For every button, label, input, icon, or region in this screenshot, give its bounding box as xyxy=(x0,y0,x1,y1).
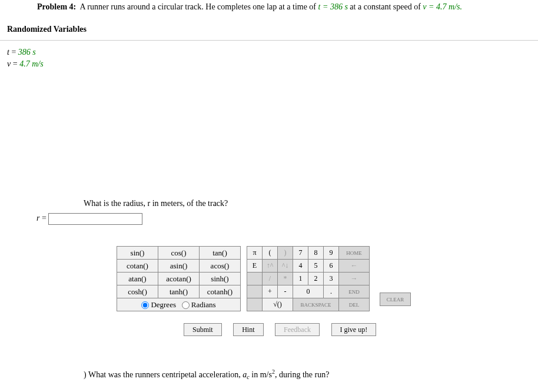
problem-text-mid: at a constant speed of xyxy=(350,2,423,11)
answer-row: r = xyxy=(0,208,538,225)
hint-button[interactable]: Hint xyxy=(233,323,263,336)
submit-button[interactable]: Submit xyxy=(184,323,222,336)
answer-input[interactable] xyxy=(48,213,142,225)
followup-question: ) What was the runners centripetal accel… xyxy=(84,368,329,380)
key-del: DEL xyxy=(339,298,370,311)
randomized-variables-heading: Randomized Variables xyxy=(0,14,538,38)
key-7[interactable]: 7 xyxy=(293,247,308,260)
feedback-button: Feedback xyxy=(275,323,320,336)
key-rparen: ) xyxy=(278,247,293,260)
key-sqrt[interactable]: √() xyxy=(263,298,293,311)
key-5[interactable]: 5 xyxy=(308,260,324,273)
key-4[interactable]: 4 xyxy=(293,260,308,273)
fn-acotan[interactable]: acotan() xyxy=(158,273,200,285)
key-end: END xyxy=(339,285,370,298)
problem-t-expr: t = 386 s xyxy=(318,2,348,11)
key-empty-2 xyxy=(247,285,263,298)
degrees-label[interactable]: Degrees xyxy=(141,300,176,309)
key-dot[interactable]: . xyxy=(324,285,339,298)
fn-acos[interactable]: acos() xyxy=(200,260,241,273)
key-sup-down: ^↓ xyxy=(278,260,293,273)
key-slash: / xyxy=(263,273,278,285)
key-empty-1 xyxy=(247,273,263,285)
key-clear: CLEAR xyxy=(380,293,411,306)
fn-cotanh[interactable]: cotanh() xyxy=(200,285,241,298)
fn-sinh[interactable]: sinh() xyxy=(200,273,241,285)
fn-sin[interactable]: sin() xyxy=(117,247,158,260)
key-1[interactable]: 1 xyxy=(293,273,308,285)
key-2[interactable]: 2 xyxy=(308,273,324,285)
fn-atan[interactable]: atan() xyxy=(117,273,158,285)
key-0[interactable]: 0 xyxy=(293,285,324,298)
fn-tanh[interactable]: tanh() xyxy=(158,285,200,298)
key-left: ← xyxy=(339,260,370,273)
question-text: What is the radius, r in meters, of the … xyxy=(0,199,538,208)
fn-tan[interactable]: tan() xyxy=(200,247,241,260)
fn-cosh[interactable]: cosh() xyxy=(117,285,158,298)
var-v-val: 4.7 m/s xyxy=(19,59,43,68)
key-sup-up: ↑^ xyxy=(263,260,278,273)
var-t-row: t = 386 s xyxy=(7,46,538,58)
radians-label[interactable]: Radians xyxy=(182,300,216,309)
variables-block: t = 386 s v = 4.7 m/s xyxy=(0,46,538,69)
key-pi[interactable]: π xyxy=(247,247,263,260)
fn-cos[interactable]: cos() xyxy=(158,247,200,260)
key-plus[interactable]: + xyxy=(263,285,278,298)
problem-v-expr: v = 4.7 m/s. xyxy=(423,2,462,11)
clear-cell-table: CLEAR xyxy=(380,293,411,306)
deg-rad-cell: Degrees Radians xyxy=(117,298,241,311)
key-minus[interactable]: - xyxy=(278,285,293,298)
key-lparen[interactable]: ( xyxy=(263,247,278,260)
giveup-button[interactable]: I give up! xyxy=(331,323,377,336)
numeric-table: π ( ) 7 8 9 HOME E ↑^ ^↓ 4 5 6 ← / * 1 2… xyxy=(247,246,370,311)
key-backspace: BACKSPACE xyxy=(293,298,339,311)
separator xyxy=(0,40,538,41)
button-row: Submit Hint Feedback I give up! xyxy=(184,323,538,336)
degrees-radio[interactable] xyxy=(141,301,149,309)
key-E[interactable]: E xyxy=(247,260,263,273)
var-v-row: v = 4.7 m/s xyxy=(7,58,538,70)
problem-label: Problem 4: xyxy=(37,2,76,11)
key-home: HOME xyxy=(339,247,370,260)
problem-text-pre: A runner runs around a circular track. H… xyxy=(79,2,318,11)
key-empty-3 xyxy=(247,298,263,311)
key-3[interactable]: 3 xyxy=(324,273,339,285)
key-star: * xyxy=(278,273,293,285)
problem-header: Problem 4: A runner runs around a circul… xyxy=(0,0,538,14)
var-t-val: 386 s xyxy=(18,48,36,57)
key-6[interactable]: 6 xyxy=(324,260,339,273)
key-9[interactable]: 9 xyxy=(324,247,339,260)
radians-radio[interactable] xyxy=(182,301,190,309)
fn-cotan[interactable]: cotan() xyxy=(117,260,158,273)
key-8[interactable]: 8 xyxy=(308,247,324,260)
key-right: → xyxy=(339,273,370,285)
function-table: sin() cos() tan() cotan() asin() acos() … xyxy=(117,246,241,311)
fn-asin[interactable]: asin() xyxy=(158,260,200,273)
keypad: sin() cos() tan() cotan() asin() acos() … xyxy=(117,246,538,311)
